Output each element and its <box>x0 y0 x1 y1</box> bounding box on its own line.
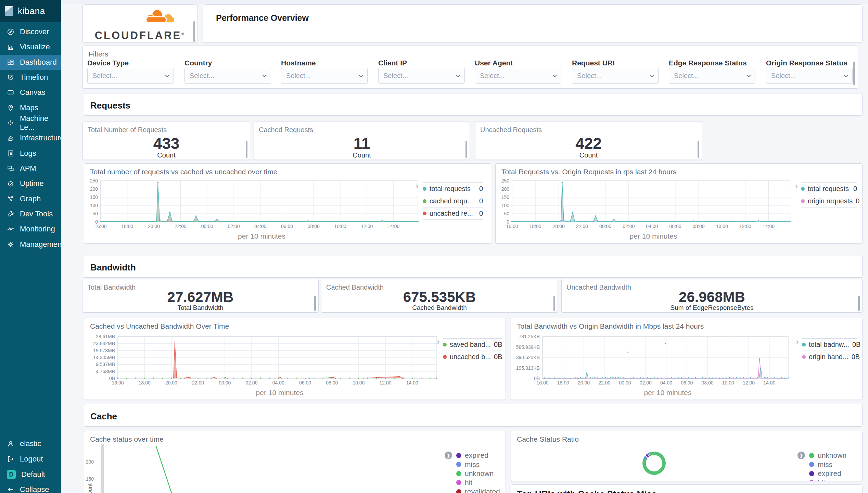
panel-scrollbar[interactable] <box>698 141 699 158</box>
legend-collapse-icon[interactable]: ❯ <box>445 452 452 459</box>
metric-value: 675.535KB <box>321 289 558 305</box>
edge-response-status-select[interactable]: Select... <box>669 68 755 84</box>
legend-collapse-icon[interactable]: ❯ <box>797 452 805 459</box>
svg-text:02:00: 02:00 <box>640 380 652 385</box>
requests-over-time-chart[interactable]: 05010015020025016:0018:0020:0022:0000:00… <box>89 179 423 230</box>
graph-nodes-icon <box>7 195 14 203</box>
sidebar-item-dashboard[interactable]: Dashboard <box>0 55 61 70</box>
legend-item[interactable]: expired <box>456 451 500 460</box>
default-space-badge: D <box>7 470 16 479</box>
kibana-logo-text: kibana <box>18 6 45 16</box>
panel-scrollbar[interactable] <box>553 296 555 311</box>
legend-item[interactable]: saved band...0B <box>443 339 502 351</box>
legend-item[interactable]: origin requests0 <box>801 195 857 207</box>
sidebar-item-collapse[interactable]: Collapse <box>0 482 61 493</box>
metric-value: 11 <box>254 134 470 153</box>
legend-item[interactable]: uncached re...0 <box>423 207 483 220</box>
sidebar-item-user-elastic[interactable]: elastic <box>0 436 61 451</box>
panel-scrollbar[interactable] <box>193 21 195 42</box>
cache-status-over-time-chart[interactable]: 200150 <box>84 441 500 493</box>
sidebar-item-visualize[interactable]: Visualize <box>0 39 61 54</box>
total-vs-origin-requests-chart[interactable]: 05010015020025016:0018:0020:0022:0000:00… <box>500 179 795 230</box>
sidebar-item-maps[interactable]: Maps <box>0 100 61 115</box>
legend-item[interactable]: expired <box>809 469 846 478</box>
svg-text:20:00: 20:00 <box>553 224 565 229</box>
svg-text:00:00: 00:00 <box>219 380 231 385</box>
svg-text:08:00: 08:00 <box>693 224 705 229</box>
sidebar-item-label: Monitoring <box>20 225 55 233</box>
sidebar-item-management[interactable]: Management <box>0 237 61 252</box>
metric-sub: Sum of EdgeResponseBytes <box>562 304 862 312</box>
legend-collapse-icon[interactable]: › <box>437 337 440 346</box>
sidebar-item-canvas[interactable]: Canvas <box>0 85 61 100</box>
sidebar-item-discover[interactable]: Discover <box>0 24 61 39</box>
country-select[interactable]: Select... <box>184 68 271 84</box>
svg-text:02:00: 02:00 <box>228 224 240 229</box>
sidebar-item-logout[interactable]: Logout <box>0 452 61 467</box>
legend-dot <box>456 453 461 458</box>
legend-item[interactable]: miss <box>809 460 846 469</box>
panel-scrollbar[interactable] <box>246 141 247 158</box>
total-vs-origin-bw-chart[interactable]: 0B195.313KB390.625KB585.938KB781.25KB16:… <box>516 334 793 387</box>
layers-icon <box>7 165 14 172</box>
sidebar-item-default-space[interactable]: D Default <box>0 467 61 482</box>
legend-item[interactable]: revalidated <box>456 487 500 493</box>
legend-item[interactable]: unknown <box>456 469 500 478</box>
svg-text:10:00: 10:00 <box>334 224 346 229</box>
client-ip-select[interactable]: Select... <box>378 68 465 84</box>
user-icon <box>7 440 14 447</box>
legend-item[interactable]: unknown <box>809 451 846 460</box>
panel-scrollbar[interactable] <box>314 296 316 311</box>
sidebar-item-dev-tools[interactable]: Dev Tools <box>0 206 61 222</box>
svg-text:04:00: 04:00 <box>272 380 284 385</box>
cached-vs-uncached-bw-chart[interactable]: 0B4.768MB9.537MB14.305MB19.073MB23.842MB… <box>89 334 442 387</box>
legend-item[interactable]: uncached b...0B <box>443 351 502 363</box>
legend-item[interactable]: origin band...0B <box>802 351 857 363</box>
origin-response-status-select[interactable]: Select... <box>766 68 853 84</box>
sidebar-item-timelion[interactable]: Timelion <box>0 70 61 85</box>
sidebar-item-monitoring[interactable]: Monitoring <box>0 222 61 237</box>
svg-text:12:00: 12:00 <box>380 380 392 385</box>
legend-item[interactable]: total requests0 <box>423 183 483 195</box>
sidebar-item-graph[interactable]: Graph <box>0 191 61 206</box>
svg-text:18:00: 18:00 <box>529 224 541 229</box>
legend-item[interactable]: total requests0 <box>801 183 857 195</box>
svg-text:04:00: 04:00 <box>646 224 658 229</box>
svg-text:12:00: 12:00 <box>361 224 373 229</box>
device-type-select[interactable]: Select... <box>87 68 174 84</box>
panel-scrollbar[interactable] <box>465 141 467 158</box>
select-placeholder: Select... <box>190 72 263 80</box>
hostname-select[interactable]: Select... <box>281 68 368 84</box>
svg-text:02:00: 02:00 <box>245 380 257 385</box>
sidebar-item-uptime[interactable]: Uptime <box>0 176 61 191</box>
svg-text:250: 250 <box>501 179 510 184</box>
legend-collapse-icon[interactable]: › <box>416 181 419 190</box>
kibana-logo-block[interactable]: kibana <box>0 0 61 22</box>
chart-total-vs-origin-requests-panel: Total Requests vs. Origin Requests in rp… <box>495 163 863 244</box>
svg-text:781.25KB: 781.25KB <box>519 334 540 339</box>
request-uri-select[interactable]: Select... <box>572 68 659 84</box>
cache-ratio-donut[interactable] <box>642 452 666 475</box>
svg-text:150: 150 <box>86 476 94 482</box>
legend-collapse-icon[interactable]: › <box>796 337 799 346</box>
sidebar-item-logs[interactable]: Logs <box>0 146 61 161</box>
metric-value: 26.968MB <box>562 289 862 305</box>
legend-item[interactable]: total badnw...0B <box>802 339 857 351</box>
dashboard-title-panel: Performance Overview <box>203 4 863 43</box>
legend-collapse-icon[interactable]: › <box>795 181 798 190</box>
legend-dot <box>809 462 814 467</box>
panel-scrollbar[interactable] <box>853 62 855 85</box>
filter-request-uri: Request URI Select... <box>572 59 659 67</box>
sidebar-item-apm[interactable]: APM <box>0 161 61 176</box>
sidebar-item-label: Dev Tools <box>20 210 53 218</box>
legend-dot <box>423 199 426 203</box>
legend-item[interactable]: hit <box>456 478 500 488</box>
sidebar-item-machine-learning[interactable]: Machine Le... <box>0 115 61 130</box>
sidebar-item-infrastructure[interactable]: Infrastructure <box>0 130 61 146</box>
panel-scrollbar[interactable] <box>858 296 860 311</box>
legend-item[interactable]: miss <box>456 460 500 469</box>
legend-item[interactable]: cached requ...0 <box>423 195 483 207</box>
legend-item[interactable]: hit <box>809 478 846 481</box>
user-agent-select[interactable]: Select... <box>475 68 561 84</box>
svg-text:250: 250 <box>90 179 98 184</box>
